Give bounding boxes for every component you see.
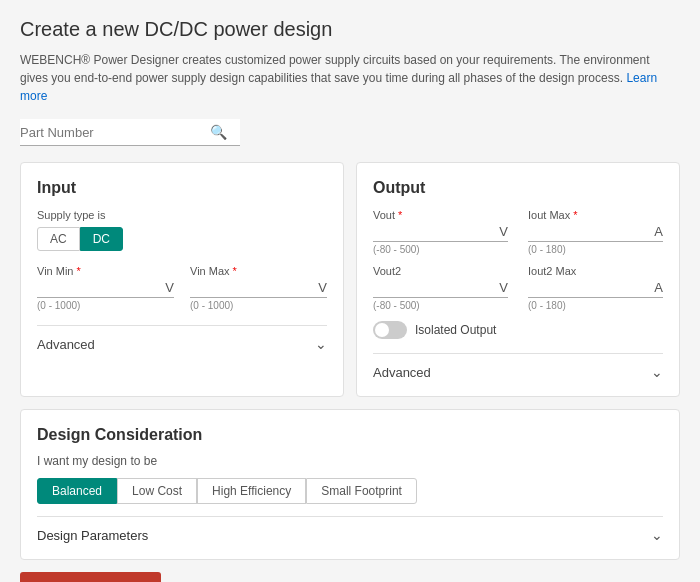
vin-max-unit: V [318, 280, 327, 295]
page-title: Create a new DC/DC power design [20, 18, 680, 41]
vout2-unit: V [499, 280, 508, 295]
panels-row: Input Supply type is AC DC Vin Min * 14 … [20, 162, 680, 397]
vout2-range: (-80 - 500) [373, 300, 508, 311]
page-description: WEBENCH® Power Designer creates customiz… [20, 51, 680, 105]
output-advanced-label: Advanced [373, 365, 431, 380]
vout-unit: V [499, 224, 508, 239]
output-advanced-chevron-icon: ⌄ [651, 364, 663, 380]
design-parameters-chevron-icon: ⌄ [651, 527, 663, 543]
input-panel-title: Input [37, 179, 327, 197]
vin-max-range: (0 - 1000) [190, 300, 327, 311]
design-balanced-button[interactable]: Balanced [37, 478, 117, 504]
vin-min-label: Vin Min * [37, 265, 174, 277]
dc-button[interactable]: DC [80, 227, 123, 251]
iout-max-input-wrap: 2 A [528, 223, 663, 242]
iout2-max-input-wrap: A [528, 279, 663, 298]
iout2-max-range: (0 - 180) [528, 300, 663, 311]
search-input[interactable] [20, 125, 210, 140]
vin-min-input-wrap: 14 V [37, 279, 174, 298]
supply-type-toggle-group: AC DC [37, 227, 327, 251]
supply-type-label: Supply type is [37, 209, 327, 221]
vout-input-wrap: 3.3 V [373, 223, 508, 242]
vout2-input[interactable] [373, 279, 495, 295]
design-consideration-title: Design Consideration [37, 426, 663, 444]
design-parameters-row[interactable]: Design Parameters ⌄ [37, 516, 663, 543]
iout-max-label: Iout Max * [528, 209, 663, 221]
design-high-efficiency-button[interactable]: High Efficiency [197, 478, 306, 504]
iout2-max-unit: A [654, 280, 663, 295]
iout2-max-input[interactable] [528, 279, 650, 295]
vin-min-unit: V [165, 280, 174, 295]
search-icon[interactable]: 🔍 [210, 124, 227, 140]
vout-input[interactable]: 3.3 [373, 223, 495, 239]
design-low-cost-button[interactable]: Low Cost [117, 478, 197, 504]
iout2-max-group: Iout2 Max A (0 - 180) [528, 265, 663, 311]
input-advanced-label: Advanced [37, 337, 95, 352]
design-consideration-subtitle: I want my design to be [37, 454, 663, 468]
vin-min-range: (0 - 1000) [37, 300, 174, 311]
output-panel: Output Vout * 3.3 V (-80 - 500) Iout Max… [356, 162, 680, 397]
iout-max-group: Iout Max * 2 A (0 - 180) [528, 209, 663, 255]
vout2-row: Vout2 V (-80 - 500) Iout2 Max A (0 - 180… [373, 265, 663, 311]
design-btn-group: Balanced Low Cost High Efficiency Small … [37, 478, 663, 504]
isolated-output-toggle[interactable] [373, 321, 407, 339]
vout2-group: Vout2 V (-80 - 500) [373, 265, 508, 311]
vin-max-group: Vin Max * 22 V (0 - 1000) [190, 265, 327, 311]
input-advanced-row[interactable]: Advanced ⌄ [37, 325, 327, 352]
vout-row: Vout * 3.3 V (-80 - 500) Iout Max * 2 A [373, 209, 663, 255]
input-advanced-chevron-icon: ⌄ [315, 336, 327, 352]
isolated-output-row: Isolated Output [373, 321, 663, 339]
vin-max-input-wrap: 22 V [190, 279, 327, 298]
search-bar: 🔍 [20, 119, 240, 146]
iout-max-unit: A [654, 224, 663, 239]
isolated-output-label: Isolated Output [415, 323, 496, 337]
iout-max-range: (0 - 180) [528, 244, 663, 255]
design-consideration-panel: Design Consideration I want my design to… [20, 409, 680, 560]
vin-min-input[interactable]: 14 [37, 279, 161, 295]
vout2-input-wrap: V [373, 279, 508, 298]
design-small-footprint-button[interactable]: Small Footprint [306, 478, 417, 504]
view-designs-button[interactable]: VIEW DESIGNS [20, 572, 161, 582]
vout-group: Vout * 3.3 V (-80 - 500) [373, 209, 508, 255]
output-panel-title: Output [373, 179, 663, 197]
vin-min-group: Vin Min * 14 V (0 - 1000) [37, 265, 174, 311]
iout-max-input[interactable]: 2 [528, 223, 650, 239]
vin-field-row: Vin Min * 14 V (0 - 1000) Vin Max * 22 V [37, 265, 327, 311]
vin-max-label: Vin Max * [190, 265, 327, 277]
vin-max-input[interactable]: 22 [190, 279, 314, 295]
ac-button[interactable]: AC [37, 227, 80, 251]
vout-range: (-80 - 500) [373, 244, 508, 255]
iout2-max-label: Iout2 Max [528, 265, 663, 277]
vout-label: Vout * [373, 209, 508, 221]
input-panel: Input Supply type is AC DC Vin Min * 14 … [20, 162, 344, 397]
vout2-label: Vout2 [373, 265, 508, 277]
design-parameters-label: Design Parameters [37, 528, 148, 543]
output-advanced-row[interactable]: Advanced ⌄ [373, 353, 663, 380]
